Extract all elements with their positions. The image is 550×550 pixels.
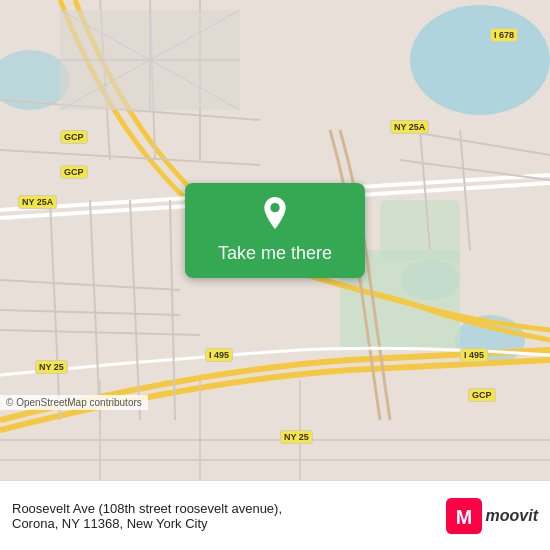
address-line2: Corona, NY 11368, New York City xyxy=(12,516,436,531)
svg-text:M: M xyxy=(455,505,471,527)
take-me-there-label: Take me there xyxy=(218,243,332,264)
road-label-ny25-bc: NY 25 xyxy=(280,430,313,444)
copyright-text: © OpenStreetMap contributors xyxy=(6,397,142,408)
moovit-logo: M moovit xyxy=(446,498,538,534)
map-container: I 678 NY 25A NY 25A NY 2 GCP GCP GCP NY … xyxy=(0,0,550,480)
svg-point-33 xyxy=(270,203,279,212)
road-label-i495-l: I 495 xyxy=(205,348,233,362)
location-pin-icon xyxy=(259,197,291,237)
road-label-ny25-bl: NY 25 xyxy=(35,360,68,374)
address-line1: Roosevelt Ave (108th street roosevelt av… xyxy=(12,501,436,516)
svg-rect-6 xyxy=(380,200,460,260)
address-info: Roosevelt Ave (108th street roosevelt av… xyxy=(12,501,436,531)
road-label-gcp-br: GCP xyxy=(468,388,496,402)
road-label-i678: I 678 xyxy=(490,28,518,42)
road-label-gcp-tl: GCP xyxy=(60,130,88,144)
moovit-icon: M xyxy=(446,498,482,534)
moovit-brand-text: moovit xyxy=(486,507,538,525)
road-label-ny25a-right: NY 25A xyxy=(390,120,429,134)
bottom-bar: Roosevelt Ave (108th street roosevelt av… xyxy=(0,480,550,550)
svg-point-1 xyxy=(410,5,550,115)
copyright-bar: © OpenStreetMap contributors xyxy=(0,395,148,410)
road-label-i495-r: I 495 xyxy=(460,348,488,362)
take-me-there-button[interactable]: Take me there xyxy=(185,183,365,278)
road-label-ny25a-left: NY 25A xyxy=(18,195,57,209)
button-overlay: Take me there xyxy=(185,183,365,278)
road-label-gcp-bl: GCP xyxy=(60,165,88,179)
